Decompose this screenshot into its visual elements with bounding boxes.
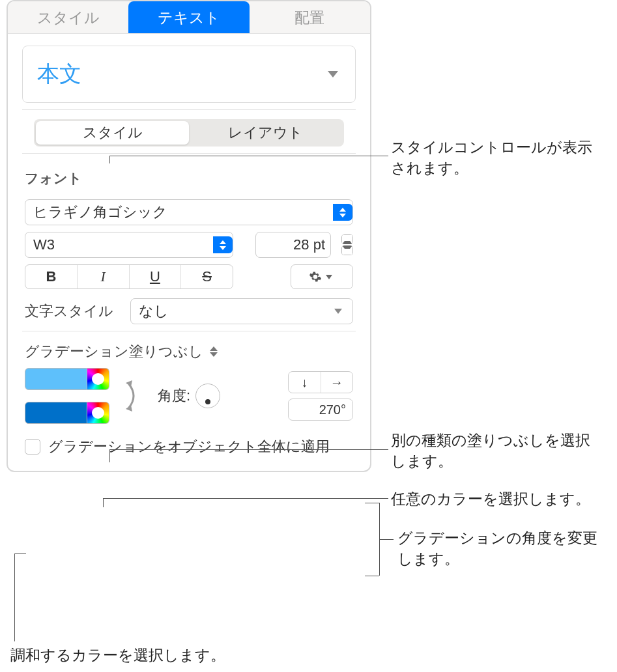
character-style-value: なし [139,301,169,321]
color-picker-button-2[interactable] [87,402,109,424]
character-style-popup[interactable]: なし [130,298,353,324]
font-weight-popup[interactable]: W3 [25,232,233,258]
swap-icon [124,378,143,414]
popup-arrows-icon [333,204,352,221]
tab-style[interactable]: スタイル [8,1,128,33]
gradient-direction-buttons: ↓ → [288,371,353,393]
font-weight-value: W3 [33,236,55,253]
bold-button[interactable]: B [25,265,78,288]
style-layout-segmented: スタイル レイアウト [34,119,344,147]
gear-icon [309,270,322,283]
popup-arrows-icon [213,236,233,253]
format-inspector-panel: スタイル テキスト 配置 本文 スタイル レイアウト フォント ヒラギノ角ゴシッ… [7,0,371,472]
tab-text[interactable]: テキスト [128,1,249,33]
paragraph-style-label: 本文 [37,59,81,89]
text-fill-popup[interactable]: グラデーション塗りつぶし [25,342,353,361]
underline-button[interactable]: U [130,265,182,288]
divider [22,109,356,110]
tab-arrange[interactable]: 配置 [250,1,370,33]
paragraph-style-popup[interactable]: 本文 [22,46,356,103]
chevron-down-icon [334,309,342,314]
font-family-value: ヒラギノ角ゴシック [33,203,167,222]
italic-button[interactable]: I [78,265,130,288]
color-picker-button-1[interactable] [87,368,109,390]
inspector-tabs: スタイル テキスト 配置 [8,1,370,34]
angle-label: 角度: [158,386,190,406]
divider [22,153,356,154]
color-well-2[interactable] [25,402,87,424]
text-style-buttons: B I U S [25,264,233,289]
callout-harmonious-color: 調和するカラーを選択します。 [10,645,271,665]
gradient-color-2 [25,402,109,424]
callout-any-color: 任意のカラーを選択します。 [391,488,612,509]
angle-dial[interactable] [195,384,220,408]
seg-layout[interactable]: レイアウト [189,121,342,145]
seg-style[interactable]: スタイル [36,121,189,145]
strikethrough-button[interactable]: S [181,265,233,288]
swap-colors-button[interactable] [122,376,145,415]
color-well-1[interactable] [25,368,87,390]
advanced-options-button[interactable] [291,264,353,289]
gradient-controls: 角度: ↓ → 270° [25,368,353,424]
font-size-value: 28 pt [293,236,325,253]
direction-down-button[interactable]: ↓ [289,372,321,393]
angle-field[interactable]: 270° [288,399,353,421]
character-style-label: 文字スタイル [25,301,113,321]
divider [22,331,356,331]
callout-angle: グラデーションの角度を変更します。 [397,527,606,569]
apply-gradient-all-checkbox[interactable] [25,439,40,455]
popup-arrows-icon [210,346,218,357]
gradient-color-1 [25,368,109,390]
font-size-stepper[interactable] [341,234,353,255]
chevron-down-icon [326,275,332,279]
font-header: フォント [8,160,370,193]
callout-fill-type: 別の種類の塗りつぶしを選択します。 [391,430,599,471]
font-family-popup[interactable]: ヒラギノ角ゴシック [25,199,353,225]
apply-gradient-all-label: グラデーションをオブジェクト全体に適用 [48,437,330,456]
direction-right-button[interactable]: → [321,372,353,393]
text-fill-value: グラデーション塗りつぶし [25,342,203,361]
font-size-field[interactable]: 28 pt [255,232,331,258]
angle-value: 270° [319,402,346,417]
callout-style-controls: スタイルコントロールが表示されます。 [391,137,606,178]
chevron-down-icon [328,71,338,77]
